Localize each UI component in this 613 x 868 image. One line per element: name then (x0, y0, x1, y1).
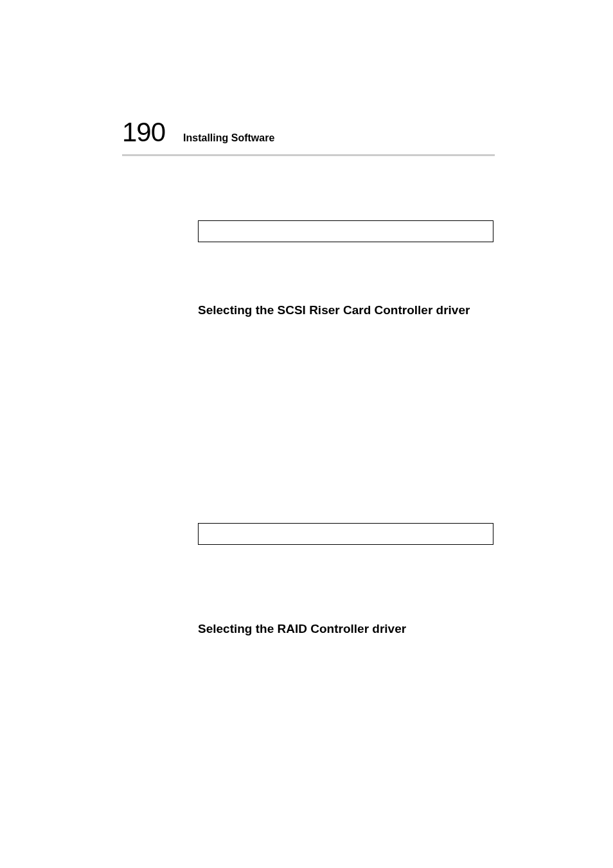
page-number: 190 (122, 117, 165, 148)
empty-box-2 (198, 523, 493, 545)
body-content: Selecting the SCSI Riser Card Controller… (198, 220, 493, 636)
chapter-title: Installing Software (183, 132, 274, 144)
section-heading-raid: Selecting the RAID Controller driver (198, 622, 493, 636)
section-heading-scsi: Selecting the SCSI Riser Card Controller… (198, 303, 493, 317)
empty-box-1 (198, 220, 493, 242)
page-content: 190 Installing Software Selecting the SC… (0, 0, 613, 636)
page-header: 190 Installing Software (122, 117, 520, 148)
header-divider (122, 154, 495, 156)
